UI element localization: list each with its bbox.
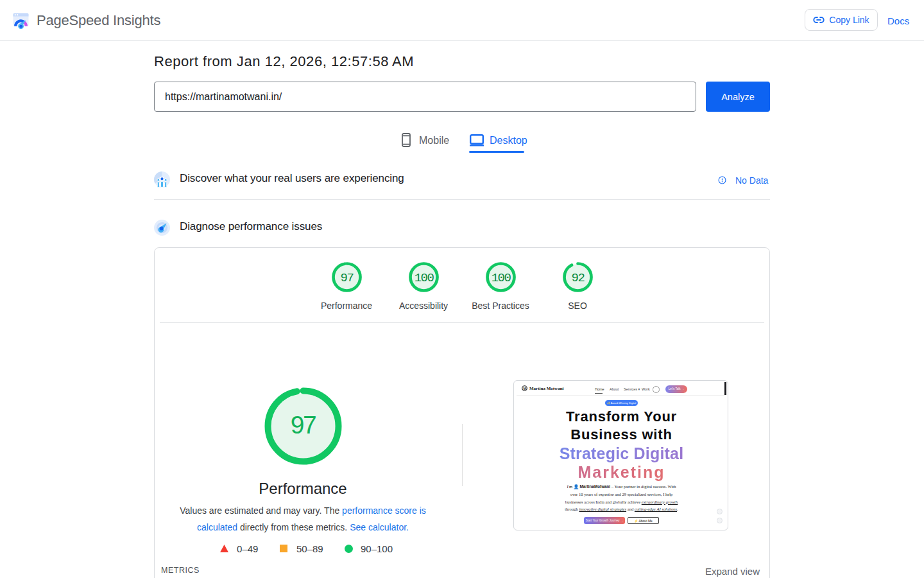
svg-text:M: M (523, 387, 526, 390)
